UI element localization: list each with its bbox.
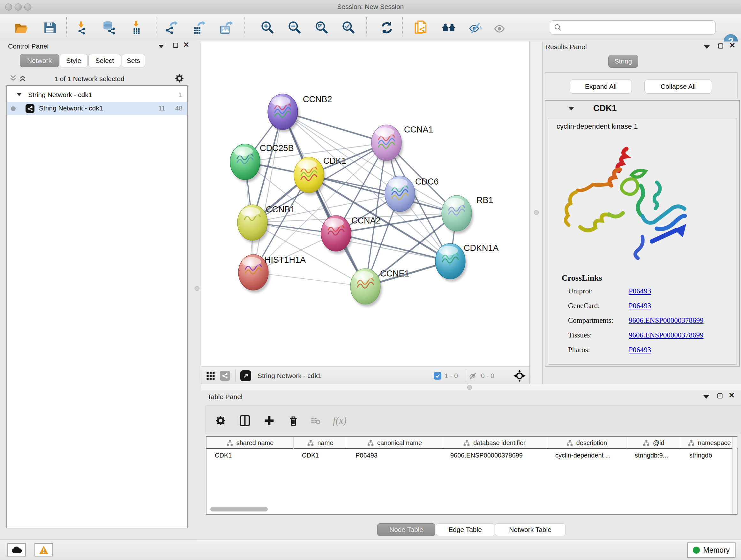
collapse-all-button[interactable]: Collapse All: [644, 79, 712, 94]
crosslink-link[interactable]: P06493: [629, 346, 651, 354]
show-graphics-icon[interactable]: [491, 19, 508, 36]
expand-all-button[interactable]: Expand All: [569, 79, 632, 94]
table-cell[interactable]: stringdb: [681, 449, 738, 461]
first-neighbors-icon[interactable]: [441, 19, 457, 36]
export-network-icon[interactable]: [163, 19, 179, 36]
edge-CCNA2-CDKN1A[interactable]: [336, 233, 450, 261]
selected-checkbox-icon[interactable]: [434, 367, 441, 384]
window-title: Session: New Session: [0, 3, 741, 10]
hide-selected-icon[interactable]: [467, 19, 484, 36]
vertical-scrollbar-track[interactable]: [732, 437, 737, 514]
table-cell[interactable]: P06493: [347, 449, 442, 461]
node-CCNA2[interactable]: [321, 215, 353, 254]
search-input[interactable]: [564, 24, 716, 31]
node-CDC6[interactable]: [385, 176, 416, 214]
column-header-database-identifier[interactable]: database identifier: [442, 437, 547, 449]
panel-menu-icon[interactable]: [704, 45, 710, 49]
statusbar-divider: [465, 369, 465, 382]
network-row-selected[interactable]: String Network - cdk1 11 48: [7, 102, 187, 115]
export-image-icon[interactable]: [218, 19, 234, 36]
birds-eye-view-icon[interactable]: [206, 367, 215, 384]
horizontal-splitter-grip[interactable]: [467, 385, 472, 390]
tab-network[interactable]: Network: [20, 54, 59, 67]
import-network-icon[interactable]: [73, 19, 89, 36]
tab-network-table[interactable]: Network Table: [495, 523, 565, 536]
column-header-canonical-name[interactable]: canonical name: [347, 437, 442, 449]
hidden-counts: 0 - 0: [481, 367, 494, 384]
network-canvas[interactable]: CCNB2CCNA1CDC25BCDK1CDC6RB1CCNB1CCNA2CDK…: [201, 42, 530, 367]
panel-close-icon[interactable]: ✕: [183, 42, 189, 47]
status-bar: Memory: [0, 540, 741, 560]
table-cell[interactable]: 9606.ENSP00000378699: [442, 449, 547, 461]
crosslink-link[interactable]: 9606.ENSP00000378699: [629, 316, 704, 325]
crosslink-row: Pharos:P06493: [548, 346, 737, 361]
panel-close-icon[interactable]: ✕: [729, 393, 735, 398]
panel-menu-icon[interactable]: [158, 45, 164, 48]
node-CDK1[interactable]: [294, 157, 326, 195]
node-CDKN1A[interactable]: [435, 243, 467, 282]
table-cell[interactable]: stringdb:9...: [626, 449, 681, 461]
network-collection-row[interactable]: String Network - cdk1 1: [7, 88, 187, 102]
refresh-icon[interactable]: [379, 19, 395, 36]
memory-button[interactable]: Memory: [687, 543, 736, 558]
node-CCNA1[interactable]: [372, 125, 403, 163]
gene-expander-icon[interactable]: [568, 107, 574, 111]
panel-float-icon[interactable]: [718, 393, 723, 398]
tab-node-table[interactable]: Node Table: [377, 523, 435, 536]
crosslink-link[interactable]: 9606.ENSP00000378699: [629, 331, 704, 339]
column-header-namespace[interactable]: namespace: [681, 437, 738, 449]
column-header--id[interactable]: @id: [626, 437, 681, 449]
table-cell[interactable]: cyclin-dependent ...: [547, 449, 626, 461]
warning-status-button[interactable]: [35, 543, 53, 557]
cloud-status-button[interactable]: [7, 543, 26, 557]
crosslink-link[interactable]: P06493: [629, 287, 651, 295]
tree-expander-icon[interactable]: [17, 93, 22, 96]
tab-string[interactable]: String: [608, 55, 638, 68]
zoom-in-icon[interactable]: [259, 19, 276, 36]
edge-HIST1H1A-CCNE1[interactable]: [253, 272, 365, 287]
zoom-out-icon[interactable]: [286, 19, 303, 36]
column-header-name[interactable]: name: [293, 437, 347, 449]
panel-float-icon[interactable]: [173, 43, 178, 48]
table-options-gear-icon[interactable]: [213, 414, 227, 428]
node-CCNB2[interactable]: [268, 94, 299, 132]
tab-select[interactable]: Select: [88, 54, 121, 67]
panel-menu-icon[interactable]: [703, 395, 709, 399]
column-header-shared-name[interactable]: shared name: [206, 437, 293, 449]
export-table-icon[interactable]: [191, 19, 207, 36]
node-CCNB1[interactable]: [238, 205, 269, 243]
open-in-window-icon[interactable]: [240, 367, 251, 384]
open-session-icon[interactable]: [13, 19, 29, 36]
tab-edge-table[interactable]: Edge Table: [436, 523, 494, 536]
import-network-database-icon[interactable]: [100, 19, 117, 36]
crosslink-link[interactable]: P06493: [629, 302, 651, 310]
save-session-icon[interactable]: [42, 19, 58, 36]
delete-column-icon[interactable]: [286, 414, 300, 428]
zoom-selected-icon[interactable]: [340, 19, 357, 36]
edge-CCNA1-CCNE1[interactable]: [365, 143, 387, 287]
import-table-icon[interactable]: [128, 19, 144, 36]
table-cell[interactable]: CDK1: [293, 449, 347, 461]
zoom-fit-icon[interactable]: [313, 19, 330, 36]
show-columns-icon[interactable]: [238, 414, 252, 428]
fit-selected-crosshair-icon[interactable]: [514, 367, 526, 384]
node-CDC25B[interactable]: [230, 144, 262, 182]
panel-float-icon[interactable]: [718, 44, 723, 49]
node-table: shared namenamecanonical namedatabase id…: [206, 436, 738, 515]
panel-close-icon[interactable]: ✕: [729, 43, 735, 48]
left-splitter-grip[interactable]: [195, 286, 199, 291]
add-column-icon[interactable]: [262, 414, 276, 428]
node-RB1[interactable]: [442, 195, 473, 234]
column-header-description[interactable]: description: [547, 437, 626, 449]
duplicate-network-icon[interactable]: [412, 19, 429, 36]
horizontal-scrollbar-thumb[interactable]: [210, 507, 268, 511]
network-options-gear-icon[interactable]: [174, 73, 185, 84]
title-bar: Session: New Session: [0, 0, 741, 14]
right-splitter-grip[interactable]: [534, 210, 539, 215]
node-CCNE1[interactable]: [350, 268, 382, 307]
table-row[interactable]: CDK1CDK1P064939606.ENSP00000378699cyclin…: [206, 449, 738, 461]
tab-style[interactable]: Style: [60, 54, 88, 67]
tab-sets[interactable]: Sets: [122, 54, 145, 67]
hierarchy-icon: [367, 439, 374, 446]
table-cell[interactable]: CDK1: [206, 449, 293, 461]
